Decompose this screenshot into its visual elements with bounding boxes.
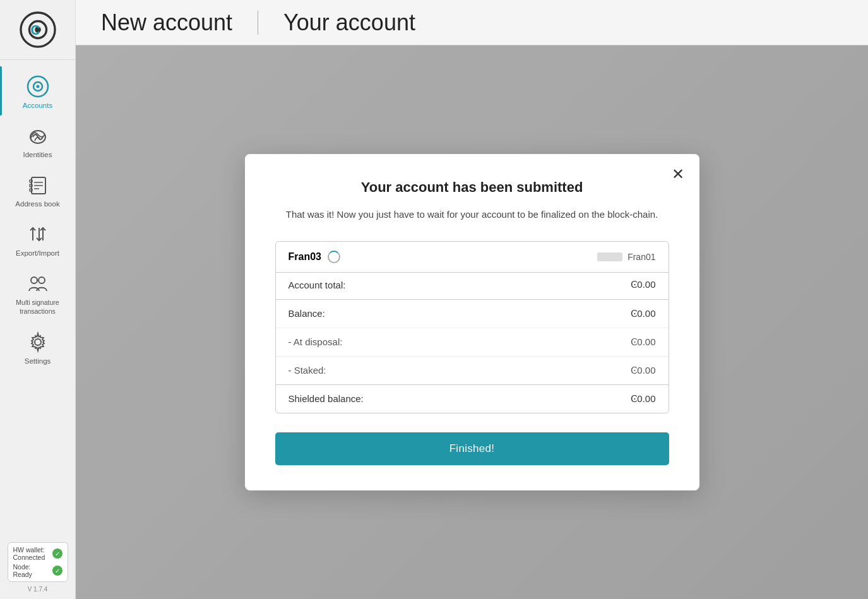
balance-value: Ͼ0.00	[631, 308, 655, 319]
sidebar-item-accounts-label: Accounts	[23, 102, 52, 109]
staked-value: Ͼ0.00	[631, 365, 655, 376]
hw-wallet-status-box: HW wallet: Connected ✓ Node: Ready ✓	[8, 542, 68, 582]
export-import-icon	[27, 223, 49, 246]
app-logo: C	[0, 0, 75, 60]
loading-spinner-icon	[328, 251, 340, 263]
sidebar-item-address-book-label: Address book	[15, 200, 59, 208]
balance-row: Balance: Ͼ0.00	[276, 300, 669, 328]
sidebar: C Accounts Identities	[0, 0, 76, 599]
svg-point-20	[35, 339, 41, 345]
node-text: Node: Ready	[13, 563, 32, 578]
multi-sig-icon	[27, 272, 49, 295]
badge-bar-icon	[597, 252, 622, 261]
at-disposal-label: - At disposal:	[288, 336, 343, 348]
account-name-row: Fran03	[288, 251, 340, 263]
modal-close-button[interactable]: ✕	[672, 167, 684, 182]
account-total-value: Ͼ0.00	[631, 279, 655, 290]
account-badge: Fran01	[597, 252, 655, 262]
sidebar-item-identities-label: Identities	[23, 151, 52, 158]
hw-wallet-row: HW wallet: Connected ✓	[13, 546, 62, 561]
svg-point-6	[36, 85, 39, 88]
balance-label: Balance:	[288, 308, 325, 319]
node-check-icon: ✓	[52, 566, 62, 576]
sidebar-nav: Accounts Identities	[0, 60, 75, 542]
sidebar-item-multi-sig-label: Multi signature transactions	[5, 299, 70, 316]
sidebar-item-accounts[interactable]: Accounts	[0, 66, 75, 116]
account-card-header: Fran03 Fran01	[276, 242, 669, 273]
svg-point-18	[31, 277, 37, 283]
node-row: Node: Ready ✓	[13, 563, 62, 578]
submission-modal: ✕ Your account has been submitted That w…	[245, 154, 699, 490]
shielded-balance-label: Shielded balance:	[288, 393, 364, 405]
staked-row: - Staked: Ͼ0.00	[276, 357, 669, 384]
sidebar-bottom: HW wallet: Connected ✓ Node: Ready ✓ V 1…	[0, 542, 75, 599]
modal-overlay: ✕ Your account has been submitted That w…	[76, 45, 868, 599]
hw-wallet-text: HW wallet: Connected	[13, 546, 45, 561]
sidebar-item-export-import-label: Export/Import	[16, 249, 59, 257]
sidebar-item-identities[interactable]: Identities	[0, 116, 75, 165]
account-total-label: Account total:	[288, 280, 346, 290]
topbar-left-title: New account	[101, 9, 232, 36]
account-identity-name: Fran01	[627, 252, 655, 262]
account-card: Fran03 Fran01 Account total: Ͼ0.00	[275, 241, 669, 413]
account-name: Fran03	[288, 251, 321, 263]
main-content: New account Your account ✕ Your account …	[76, 0, 868, 599]
shielded-balance-row: Shielded balance: Ͼ0.00	[276, 385, 669, 413]
topbar: New account Your account	[76, 0, 868, 45]
version-label: V 1.7.4	[28, 586, 48, 593]
identities-icon	[27, 124, 49, 147]
sidebar-item-export-import[interactable]: Export/Import	[0, 214, 75, 263]
accounts-icon	[27, 75, 49, 98]
staked-label: - Staked:	[288, 365, 326, 376]
sidebar-item-multi-sig[interactable]: Multi signature transactions	[0, 263, 75, 322]
topbar-title: New account Your account	[101, 9, 415, 36]
page-background: ✕ Your account has been submitted That w…	[76, 45, 868, 599]
svg-text:C: C	[30, 23, 40, 38]
svg-point-19	[39, 277, 45, 283]
account-total-row: Account total: Ͼ0.00	[276, 273, 669, 299]
settings-icon	[27, 331, 49, 353]
sidebar-item-settings-label: Settings	[25, 357, 51, 365]
shielded-balance-value: Ͼ0.00	[631, 393, 655, 405]
at-disposal-row: - At disposal: Ͼ0.00	[276, 328, 669, 357]
topbar-right-title: Your account	[283, 9, 415, 36]
hw-wallet-check-icon: ✓	[52, 549, 62, 559]
modal-title: Your account has been submitted	[275, 179, 669, 196]
sidebar-item-settings[interactable]: Settings	[0, 322, 75, 371]
at-disposal-value: Ͼ0.00	[631, 336, 655, 348]
account-card-body: Balance: Ͼ0.00 - At disposal: Ͼ0.00 - St…	[276, 300, 669, 384]
topbar-divider	[258, 11, 258, 35]
logo-icon: C	[20, 11, 56, 48]
sidebar-item-address-book[interactable]: Address book	[0, 165, 75, 214]
address-book-icon	[27, 174, 49, 196]
modal-description: That was it! Now you just have to wait f…	[275, 207, 669, 222]
finished-button[interactable]: Finished!	[275, 432, 669, 465]
